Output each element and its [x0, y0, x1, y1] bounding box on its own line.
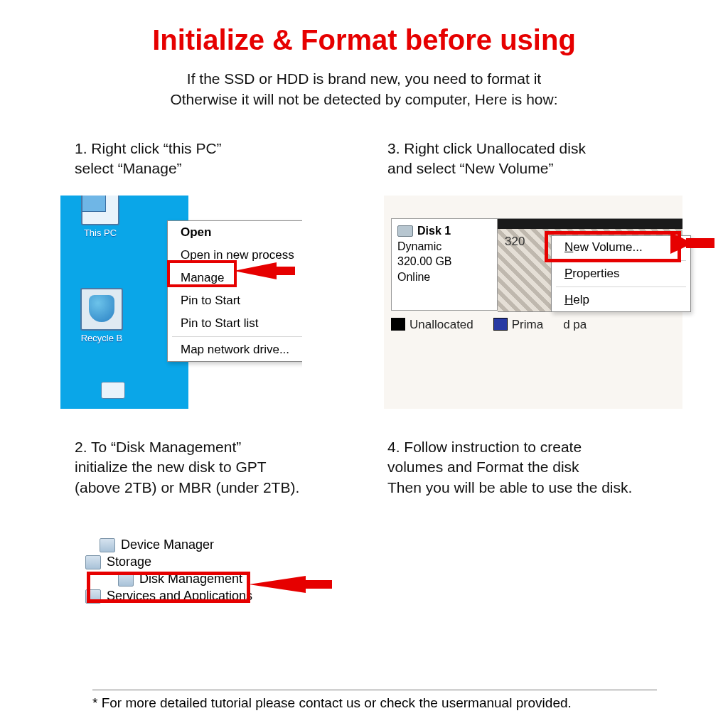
menu-map-network-drive[interactable]: Map network drive...: [168, 338, 302, 361]
step2-caption: 2. To “Disk Management” initialize the n…: [75, 437, 323, 498]
menu-pin-to-start[interactable]: Pin to Start: [168, 289, 302, 312]
legend: Unallocated Prima d pa: [391, 318, 587, 332]
step1-caption: 1. Right click “this PC” select “Manage”: [75, 139, 323, 179]
context-menu: Open Open in new process Manage Pin to S…: [167, 220, 302, 362]
disk-icon: [397, 225, 413, 237]
recycle-bin-icon[interactable]: Recycle B: [73, 288, 130, 343]
step3-caption: 3. Right click Unallocated disk and sele…: [387, 139, 658, 179]
disk-type: Dynamic: [397, 239, 491, 255]
legend-primary-swatch: [493, 318, 508, 331]
disk-info-panel: Disk 1 Dynamic 320.00 GB Online: [391, 218, 498, 311]
footnote: * For more detailed tutorial please cont…: [92, 695, 572, 711]
tree-storage[interactable]: Storage: [85, 555, 313, 569]
screenshot-step2: Device Manager Storage Disk Management S…: [100, 535, 313, 628]
menu-separator: [172, 336, 302, 337]
menu-properties[interactable]: Properties: [552, 262, 690, 285]
menu-help[interactable]: Help: [552, 289, 690, 311]
arrow-icon: [234, 262, 277, 279]
desktop-generic-icon[interactable]: [89, 382, 137, 399]
device-icon: [100, 538, 115, 552]
disk-status: Online: [397, 269, 491, 285]
arrow-icon: [249, 576, 306, 593]
subtitle-line1: If the SSD or HDD is brand new, you need…: [187, 70, 541, 87]
screenshot-step3: Disk 1 Dynamic 320.00 GB Online 320 Unal…: [384, 196, 682, 409]
menu-separator: [556, 287, 686, 287]
arrow-tail: [686, 238, 714, 248]
disk-size: 320.00 GB: [397, 254, 491, 269]
menu-open[interactable]: Open: [168, 221, 302, 244]
screenshot-step1: This PC Recycle B Open Open in new proce…: [60, 196, 302, 409]
subtitle-line2: Otherwise it will not be detected by com…: [170, 91, 557, 107]
page-subtitle: If the SSD or HDD is brand new, you need…: [0, 68, 728, 110]
storage-icon: [85, 555, 101, 569]
highlight-manage: [167, 260, 237, 287]
menu-pin-to-start-list[interactable]: Pin to Start list: [168, 312, 302, 335]
this-pc-icon[interactable]: This PC: [76, 196, 124, 238]
page-title: Initialize & Format before using: [0, 24, 728, 56]
highlight-new-volume: [545, 231, 681, 262]
divider: [92, 690, 657, 690]
tree-device-manager[interactable]: Device Manager: [100, 537, 313, 552]
highlight-disk-management: [87, 572, 250, 603]
page: Initialize & Format before using If the …: [0, 0, 728, 728]
step4-caption: 4. Follow instruction to create volumes …: [387, 437, 672, 498]
legend-unallocated-swatch: [391, 318, 405, 331]
